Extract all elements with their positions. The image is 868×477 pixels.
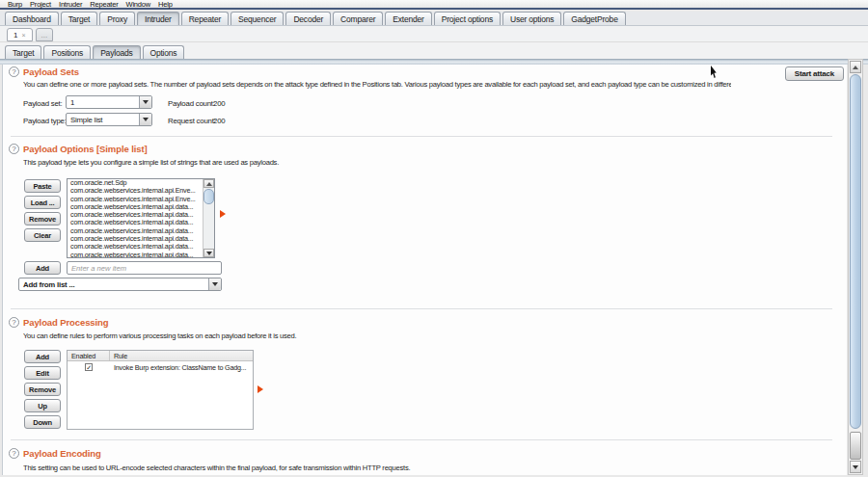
attack-tab-more-label: ...	[41, 31, 48, 40]
tab-intruder-options[interactable]: Options	[143, 45, 185, 59]
processing-down-button[interactable]: Down	[24, 415, 61, 429]
menu-repeater[interactable]: Repeater	[86, 0, 122, 9]
scroll-down-button[interactable]	[850, 461, 861, 473]
payload-encoding-heading: Payload Encoding	[23, 448, 101, 459]
payload-type-dropdown[interactable]: Simple list	[66, 113, 152, 126]
scroll-up-button[interactable]	[850, 61, 861, 73]
menu-project[interactable]: Project	[26, 0, 55, 9]
payload-type-value: Simple list	[67, 114, 139, 125]
tab-intruder-payloads[interactable]: Payloads	[93, 45, 140, 59]
payload-set-dropdown[interactable]: 1	[66, 95, 152, 109]
tab-comparer[interactable]: Comparer	[333, 12, 383, 25]
payload-sets-description: You can define one or more payload sets.…	[23, 80, 731, 89]
chevron-down-icon	[143, 118, 149, 121]
resize-arrow-icon	[220, 210, 226, 218]
tab-target[interactable]: Target	[61, 12, 97, 25]
dropdown-button[interactable]	[139, 114, 151, 125]
add-button[interactable]: Add	[24, 261, 61, 275]
tab-dashboard[interactable]: Dashboard	[5, 12, 59, 25]
dropdown-button[interactable]	[139, 96, 151, 108]
payload-sets-heading: Payload Sets	[23, 66, 79, 77]
payload-options-heading: Payload Options [Simple list]	[23, 144, 148, 154]
attack-tab-more[interactable]: ...	[36, 28, 54, 41]
dropdown-button[interactable]	[208, 278, 221, 290]
tab-proxy[interactable]: Proxy	[99, 12, 135, 25]
payload-set-value: 1	[67, 96, 139, 108]
help-icon[interactable]: ?	[9, 317, 19, 328]
burp-suite-window: Burp Project Intruder Repeater Window He…	[0, 0, 868, 477]
menu-window[interactable]: Window	[122, 0, 154, 9]
processing-add-button[interactable]: Add	[24, 350, 61, 363]
payload-list[interactable]: com.oracle.net.Sdp com.oracle.webservice…	[67, 178, 215, 258]
new-item-input[interactable]	[67, 261, 222, 275]
help-icon[interactable]: ?	[9, 144, 19, 154]
payload-processing-heading: Payload Processing	[23, 317, 109, 328]
payload-count-value: 200	[213, 99, 225, 108]
arrow-down-icon	[206, 252, 212, 255]
enabled-checkbox[interactable]: ✓	[85, 363, 93, 371]
tab-intruder-positions[interactable]: Positions	[43, 45, 91, 59]
processing-rules-table[interactable]: Enabled Rule ✓ Invoke Burp extension: Cl…	[67, 350, 254, 430]
arrow-down-icon	[853, 465, 858, 469]
chevron-down-icon	[143, 100, 149, 104]
menu-bar: Burp Project Intruder Repeater Window He…	[0, 0, 868, 10]
scrollbar-thumb[interactable]	[850, 74, 861, 429]
intruder-tab-bar: Target Positions Payloads Options	[0, 42, 868, 59]
menu-intruder[interactable]: Intruder	[55, 0, 86, 9]
page-scrollbar[interactable]	[848, 59, 863, 475]
payload-count-label: Payload count:	[168, 99, 215, 108]
tab-intruder[interactable]: Intruder	[137, 12, 179, 25]
attack-tab-1[interactable]: 1 ×	[7, 28, 33, 41]
tab-decoder[interactable]: Decoder	[285, 12, 331, 25]
section-separator	[11, 136, 832, 137]
remove-button[interactable]: Remove	[24, 212, 61, 225]
resize-arrow-icon	[258, 385, 263, 393]
scroll-down-button[interactable]	[203, 249, 214, 257]
main-tab-bar: Dashboard Target Proxy Intruder Repeater…	[0, 12, 868, 26]
payload-options-description: This payload type lets you configure a s…	[23, 158, 737, 167]
processing-edit-button[interactable]: Edit	[24, 366, 61, 380]
table-row[interactable]: ✓ Invoke Burp extension: ClassName to Ga…	[68, 361, 253, 372]
arrow-up-icon	[206, 182, 212, 186]
clear-button[interactable]: Clear	[24, 228, 61, 242]
payload-list-rows: com.oracle.net.Sdp com.oracle.webservice…	[68, 179, 203, 257]
enabled-cell: ✓	[68, 361, 110, 372]
scrollbar-track-block[interactable]	[850, 432, 861, 460]
load-button[interactable]: Load ...	[24, 196, 61, 209]
rule-cell: Invoke Burp extension: ClassName to Gadg…	[110, 361, 253, 372]
add-from-list-label: Add from list ...	[19, 278, 208, 290]
column-header-enabled[interactable]: Enabled	[68, 351, 110, 360]
start-attack-button[interactable]: Start attack	[785, 66, 844, 81]
list-scrollbar[interactable]	[203, 179, 214, 257]
request-count-value: 200	[213, 117, 225, 125]
menu-burp[interactable]: Burp	[4, 0, 26, 9]
payload-processing-description: You can define rules to perform various …	[23, 331, 737, 340]
paste-button[interactable]: Paste	[24, 179, 61, 193]
add-from-list-dropdown[interactable]: Add from list ...	[18, 278, 222, 291]
processing-remove-button[interactable]: Remove	[24, 383, 61, 396]
tab-gadgetprobe[interactable]: GadgetProbe	[563, 12, 625, 25]
tab-sequencer[interactable]: Sequencer	[231, 12, 284, 25]
column-header-rule[interactable]: Rule	[110, 351, 253, 360]
tab-extender[interactable]: Extender	[385, 12, 431, 25]
scroll-up-button[interactable]	[203, 179, 214, 188]
processing-up-button[interactable]: Up	[24, 399, 61, 412]
payload-set-label: Payload set:	[23, 99, 63, 108]
help-icon[interactable]: ?	[9, 448, 19, 459]
scrollbar-thumb[interactable]	[203, 189, 214, 204]
tab-user-options[interactable]: User options	[502, 12, 561, 25]
close-tab-icon[interactable]: ×	[21, 32, 25, 39]
tab-project-options[interactable]: Project options	[434, 12, 501, 25]
attack-tab-label: 1	[14, 31, 17, 40]
section-separator	[11, 308, 832, 309]
menu-help[interactable]: Help	[154, 0, 176, 9]
section-separator	[11, 439, 832, 440]
payloads-panel: ? Payload Sets You can define one or mor…	[2, 65, 847, 475]
list-item[interactable]: com.oracle.webservices.internal.api.data…	[68, 252, 203, 257]
chevron-down-icon	[212, 282, 218, 286]
arrow-up-icon	[853, 66, 858, 69]
tab-intruder-target[interactable]: Target	[5, 45, 41, 59]
tab-repeater[interactable]: Repeater	[181, 12, 229, 25]
payload-encoding-description: This setting can be used to URL-encode s…	[23, 464, 795, 472]
help-icon[interactable]: ?	[9, 66, 19, 77]
